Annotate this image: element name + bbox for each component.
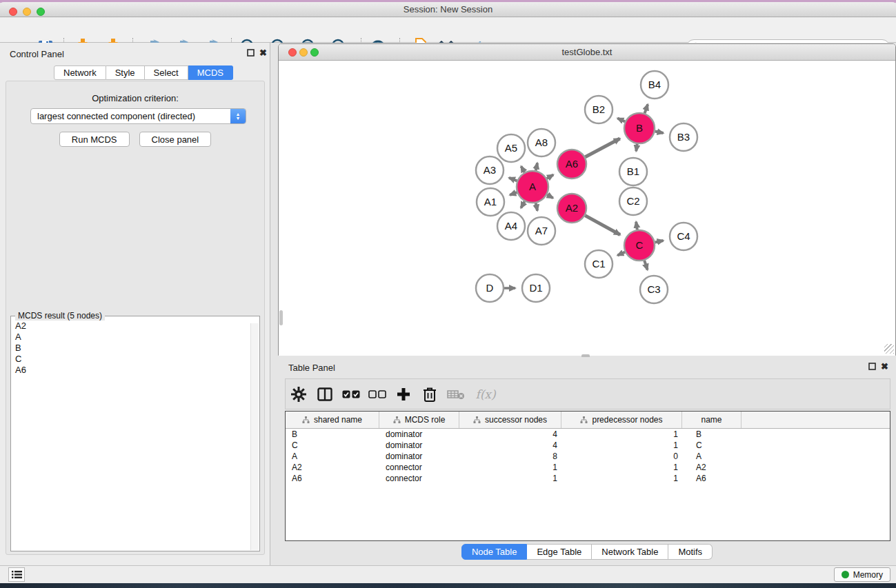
table-row[interactable]: Adominator80A <box>286 451 890 462</box>
result-scrollbar[interactable] <box>250 323 259 550</box>
trash-icon <box>423 387 437 402</box>
edge-A6-B[interactable] <box>585 139 619 157</box>
column-header-successor-nodes[interactable]: successor nodes <box>459 412 561 428</box>
edge-B-B4[interactable] <box>645 104 648 113</box>
column-header-MCDS-role[interactable]: MCDS role <box>379 412 459 428</box>
result-item[interactable]: B <box>15 343 26 354</box>
edge-C-C2[interactable] <box>636 222 637 230</box>
cell-name[interactable]: A2 <box>682 463 741 472</box>
cell-MCDS-role[interactable]: connector <box>379 474 459 483</box>
mcds-result-list[interactable]: A2ABCA6 <box>15 321 26 376</box>
tab-mcds[interactable]: MCDS <box>188 65 233 80</box>
edge-C-C1[interactable] <box>617 252 625 256</box>
task-history-button[interactable] <box>8 567 25 582</box>
column-header-predecessor-nodes[interactable]: predecessor nodes <box>561 412 682 428</box>
edge-A-A6[interactable] <box>547 175 553 179</box>
cell-shared-name[interactable]: A2 <box>286 463 379 472</box>
tab-network[interactable]: Network <box>54 65 106 80</box>
cell-MCDS-role[interactable]: connector <box>379 463 459 472</box>
edge-A2-C[interactable] <box>585 216 620 235</box>
edge-A-A1[interactable] <box>510 192 517 195</box>
cell-predecessor-nodes[interactable]: 1 <box>561 463 682 472</box>
window-resize-grip[interactable] <box>884 344 894 354</box>
cell-MCDS-role[interactable]: dominator <box>379 429 459 439</box>
cell-name[interactable]: A <box>682 452 741 461</box>
cell-successor-nodes[interactable]: 4 <box>459 440 561 450</box>
cell-predecessor-nodes[interactable]: 1 <box>561 474 682 483</box>
result-item[interactable]: A <box>15 332 26 343</box>
tab-node-table[interactable]: Node Table <box>461 544 528 560</box>
network-canvas[interactable]: B4B2BB3A5A8A6B1A3AC2A1A2A4A7C4CC1C3DD1 <box>279 61 895 356</box>
table-row[interactable]: A6connector11A6 <box>286 473 890 484</box>
node-label-A4: A4 <box>505 220 517 232</box>
float-panel-icon[interactable] <box>246 48 255 57</box>
close-table-panel-icon[interactable]: ✖ <box>880 362 889 371</box>
edge-B-B2[interactable] <box>617 118 625 121</box>
node-label-C2: C2 <box>626 195 639 207</box>
column-header-shared-name[interactable]: shared name <box>286 412 379 428</box>
cell-name[interactable]: A6 <box>682 474 741 483</box>
node-label-B4: B4 <box>648 79 661 90</box>
cell-predecessor-nodes[interactable]: 1 <box>561 429 682 439</box>
run-mcds-button[interactable]: Run MCDS <box>59 132 130 147</box>
table-options-button[interactable] <box>286 383 312 405</box>
column-visibility-button[interactable] <box>312 383 338 405</box>
edge-C-C4[interactable] <box>655 241 664 242</box>
close-panel-icon[interactable]: ✖ <box>259 48 268 57</box>
cell-predecessor-nodes[interactable]: 0 <box>561 452 682 461</box>
cell-name[interactable]: B <box>682 429 741 439</box>
result-item[interactable]: A6 <box>15 365 26 376</box>
memory-button[interactable]: Memory <box>834 567 890 582</box>
optimization-criterion-dropdown[interactable]: largest connected component (directed) ▲… <box>30 108 246 124</box>
unchecked-boxes-icon <box>368 390 386 398</box>
result-item[interactable]: C <box>15 354 26 365</box>
tab-edge-table[interactable]: Edge Table <box>527 544 592 560</box>
float-table-panel-icon[interactable] <box>868 362 877 371</box>
cell-shared-name[interactable]: A6 <box>286 474 379 483</box>
node-label-A: A <box>529 181 536 192</box>
cell-shared-name[interactable]: C <box>286 440 379 450</box>
edge-A-A2[interactable] <box>547 194 553 198</box>
cell-successor-nodes[interactable]: 1 <box>459 463 561 472</box>
edge-C-C3[interactable] <box>644 261 647 270</box>
edge-A-A4[interactable] <box>521 201 524 208</box>
close-panel-button[interactable]: Close panel <box>139 132 212 147</box>
tab-select[interactable]: Select <box>145 65 188 80</box>
cell-shared-name[interactable]: B <box>286 429 379 439</box>
column-header-label: MCDS role <box>405 415 446 425</box>
edge-B-B3[interactable] <box>655 132 664 133</box>
delete-column-button[interactable] <box>417 383 443 405</box>
cell-MCDS-role[interactable]: dominator <box>379 452 459 461</box>
add-column-button[interactable] <box>390 383 417 405</box>
node-label-A6: A6 <box>566 158 578 170</box>
column-header-name[interactable]: name <box>682 412 741 428</box>
edge-B-B1[interactable] <box>636 144 637 152</box>
cell-shared-name[interactable]: A <box>286 452 379 461</box>
window-title: Session: New Session <box>0 4 896 14</box>
edge-A-A3[interactable] <box>509 178 517 181</box>
select-all-button[interactable] <box>338 383 364 405</box>
cell-name[interactable]: C <box>682 440 741 450</box>
edge-A-A7[interactable] <box>536 203 537 211</box>
table-row[interactable]: Cdominator41C <box>286 440 890 451</box>
node-label-B1: B1 <box>627 165 639 177</box>
cell-successor-nodes[interactable]: 4 <box>459 429 561 439</box>
cell-MCDS-role[interactable]: dominator <box>379 440 459 450</box>
cell-successor-nodes[interactable]: 8 <box>459 452 561 461</box>
cell-successor-nodes[interactable]: 1 <box>459 474 561 483</box>
tab-motifs[interactable]: Motifs <box>668 544 713 560</box>
edge-A-A8[interactable] <box>536 163 537 170</box>
delete-table-button[interactable] <box>443 383 469 405</box>
tab-network-table[interactable]: Network Table <box>592 544 668 560</box>
network-vertical-scrollbar[interactable] <box>279 310 283 325</box>
table-toolbar: f(x) <box>285 378 890 409</box>
apply-function-button[interactable]: f(x) <box>469 383 502 405</box>
table-row[interactable]: A2connector11A2 <box>286 462 890 473</box>
deselect-all-button[interactable] <box>364 383 390 405</box>
cell-predecessor-nodes[interactable]: 1 <box>561 440 682 450</box>
plus-icon <box>397 387 410 401</box>
tab-style[interactable]: Style <box>106 65 145 80</box>
result-item[interactable]: A2 <box>15 321 26 332</box>
table-row[interactable]: Bdominator41B <box>286 429 890 440</box>
edge-A-A5[interactable] <box>521 166 525 172</box>
